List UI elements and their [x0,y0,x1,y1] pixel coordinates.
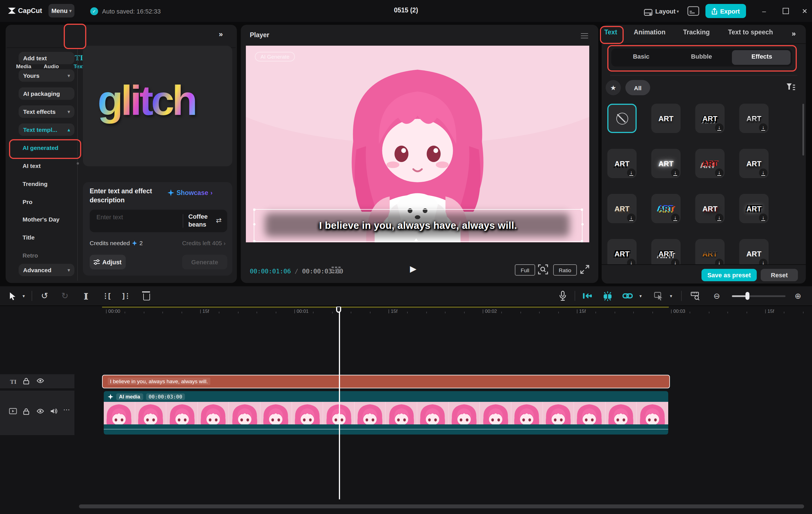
inspector-expand-icon[interactable]: » [792,29,795,38]
effect-tile-maroon[interactable]: ART↓ [695,194,725,223]
filter-all-button[interactable]: All [625,80,650,95]
selection-handle[interactable] [581,223,583,225]
effect-tile-soft[interactable]: ART↓ [739,149,768,178]
sidebar-item-ai-text[interactable]: AI text [23,162,40,169]
minimize-button[interactable]: – [756,0,773,22]
effect-text-input[interactable]: Enter text Coffee beans ⇄ [90,210,227,232]
effect-tile-bold[interactable]: ART [651,104,680,133]
grid-scrollbar[interactable] [803,104,804,156]
effect-tile-none[interactable] [607,104,637,133]
sidebar-item-trending[interactable]: Trending [23,180,48,187]
caption-selection-box[interactable]: I believe in you, always have, always wi… [254,209,582,242]
effect-tile-blob2[interactable]: ART↓ [651,239,680,265]
playhead[interactable] [339,307,340,500]
zoom-fit-icon[interactable] [538,264,548,277]
reset-button[interactable]: Reset [761,269,798,281]
zoom-slider-handle[interactable] [746,292,749,300]
sidebar-item-title[interactable]: Title [23,234,35,241]
redo-button[interactable]: ↻ [59,286,71,305]
selection-handle[interactable] [581,240,583,242]
effect-tile-glow[interactable]: ART↓ [651,149,680,178]
effect-tile-rgb[interactable]: ART↓ [651,194,680,223]
selection-handle[interactable] [253,223,255,225]
play-button[interactable]: ▶ [410,264,416,274]
fullscreen-icon[interactable] [580,264,590,277]
subtab-bubble[interactable]: Bubble [691,53,712,60]
media-track-visibility-icon[interactable] [37,409,44,414]
ratio-button[interactable]: Ratio [553,264,577,276]
save-preset-button[interactable]: Save as preset [701,269,757,281]
filter-funnel-icon[interactable] [786,83,796,94]
effect-tile-fire[interactable]: ART↓ [695,239,725,265]
sidebar-item-add-text[interactable]: Add text [19,52,75,64]
effect-tile-outline2[interactable]: ART↓ [695,104,725,133]
showcase-link[interactable]: Showcase › [168,189,212,196]
selection-handle[interactable] [253,240,256,242]
link-clips-toggle[interactable] [620,286,635,305]
select-tool-button[interactable] [7,286,18,305]
selection-handle[interactable] [253,209,256,211]
close-button[interactable]: ✕ [796,0,812,22]
chevron-down-icon[interactable]: ▾ [677,9,679,14]
sidebar-item-text-effects[interactable]: Text effects▾ [19,105,75,118]
sidebar-item-text-templ-[interactable]: Text templ...▴ [19,123,75,136]
maximize-button[interactable] [777,0,794,22]
sidebar-item-ai-generated[interactable]: AI generated [23,144,58,151]
media-track-lock-icon[interactable] [23,408,29,415]
subtab-effects[interactable]: Effects [751,53,772,60]
select-tool-chevron[interactable]: ▾ [20,286,27,305]
frame-grid-icon[interactable] [331,267,341,273]
sidebar-item-retro[interactable]: Retro [23,252,38,259]
zoom-out-button[interactable]: ⊖ [710,286,723,305]
full-button[interactable]: Full [515,264,535,276]
tab-text-to-speech[interactable]: Text to speech [728,29,773,35]
layout-button[interactable]: Layout [655,8,675,14]
playhead-handle[interactable] [336,307,341,313]
effect-tile-shadow[interactable]: ART↓ [607,149,637,178]
media-track-more-icon[interactable]: ⋯ [63,406,70,414]
cursor-box-tool[interactable] [652,286,665,305]
timeline-scrollbar[interactable] [79,505,804,508]
undo-button[interactable]: ↺ [38,286,51,305]
toolbar-expand-icon[interactable]: » [219,30,222,38]
generate-button[interactable]: Generate [182,255,227,269]
sidebar-scroll-thumb[interactable] [77,162,79,164]
adjust-button[interactable]: Adjust [90,255,126,269]
credits-left-link[interactable]: Credits left 405 › [182,240,226,246]
effect-tile-outline[interactable]: ART↓ [607,239,637,265]
tab-animation[interactable]: Animation [634,29,665,35]
sidebar-item-ai-packaging[interactable]: AI packaging [19,87,75,100]
suggestion-chip[interactable]: Coffee beans [188,212,218,229]
tab-text[interactable]: Text [604,29,617,35]
timeline-scale-button[interactable] [689,286,701,305]
split-clip-button[interactable]: ][ [79,286,92,305]
sidebar-scrollbar[interactable] [77,49,78,281]
effect-preview-card[interactable]: glitch [83,46,232,166]
text-track-visibility-icon[interactable] [37,378,44,383]
timeline-ruler[interactable]: 00:0015f00:0115f00:0215f00:0315f [0,307,812,319]
cursor-box-chevron[interactable]: ▾ [668,286,674,305]
sidebar-item-pro[interactable]: Pro [23,199,32,205]
player-menu-icon[interactable] [581,32,588,40]
text-clip[interactable]: I believe in you, always have, always wi… [102,375,670,388]
effect-tile-blob[interactable]: ART↓ [739,194,768,223]
panel-toggle-icon[interactable] [687,6,699,18]
delete-right-button[interactable]: ]⋮ [120,286,133,305]
effect-tile-silver[interactable]: ART↓ [739,104,768,133]
selection-handle[interactable] [581,209,583,211]
export-button[interactable]: Export [705,4,746,18]
delete-button[interactable] [140,286,153,305]
subtab-basic[interactable]: Basic [633,53,649,60]
effect-tile-plain[interactable]: ART↓ [739,239,768,265]
text-track-lock-icon[interactable] [23,377,29,384]
delete-left-button[interactable]: ⋮[ [99,286,113,305]
effect-tile-glitchred[interactable]: ART↓ [695,149,725,178]
video-caption[interactable]: I believe in you, always have, always wi… [254,210,582,241]
tab-tracking[interactable]: Tracking [683,29,710,35]
sidebar-item-yours[interactable]: Yours▾ [19,69,75,82]
record-voiceover-button[interactable] [557,286,569,305]
media-track-audio-icon[interactable] [50,408,58,414]
media-clip[interactable]: AI media 00:00:03:00 [104,391,668,434]
preview-highlight-toggle[interactable] [600,286,615,305]
effect-tile-cream[interactable]: ART↓ [607,194,637,223]
